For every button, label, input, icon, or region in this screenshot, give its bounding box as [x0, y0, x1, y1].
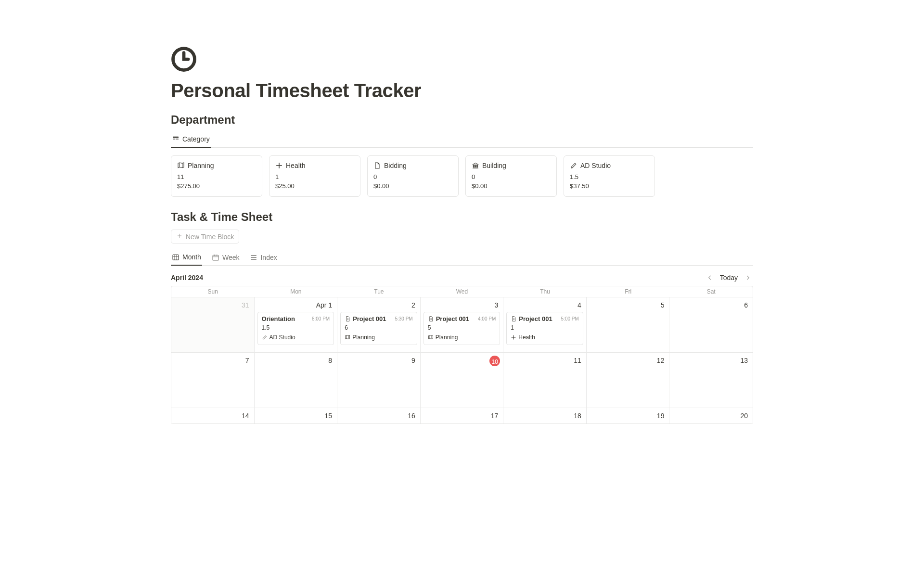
category-hours: 1.5: [570, 173, 649, 180]
calendar-date: 31: [174, 300, 251, 310]
event-time: 8:00 PM: [312, 316, 330, 321]
map-icon: [177, 162, 185, 169]
pencil-icon: [570, 162, 578, 169]
category-hours: 0: [472, 173, 551, 180]
view-tab-label: Month: [182, 253, 201, 261]
calendar-date: 5: [590, 300, 667, 310]
calendar-cell[interactable]: 9: [337, 352, 421, 408]
calendar-cell[interactable]: 10: [421, 352, 504, 408]
calendar-cell[interactable]: 8: [255, 352, 338, 408]
event-hours: 5: [428, 324, 496, 331]
category-card[interactable]: Bidding 0 $0.00: [367, 155, 459, 197]
calendar-date: 11: [506, 356, 583, 365]
cal-week-icon: [212, 254, 219, 261]
category-amount: $275.00: [177, 182, 256, 190]
calendar-cell[interactable]: 11: [503, 352, 587, 408]
calendar-event[interactable]: Orientation 8:00 PM 1.5 AD Studio: [257, 312, 334, 345]
view-tab-label: Index: [260, 254, 277, 261]
calendar-date: 7: [174, 356, 251, 365]
category-hours: 11: [177, 173, 256, 180]
event-tag: AD Studio: [262, 334, 330, 341]
plus-icon: [176, 232, 183, 241]
calendar-cell[interactable]: 6: [669, 297, 753, 352]
calendar-cell[interactable]: 31: [171, 297, 255, 352]
day-of-week-label: Wed: [421, 286, 504, 297]
new-time-block-button[interactable]: New Time Block: [171, 230, 239, 244]
category-name: AD Studio: [580, 162, 611, 169]
plus-icon: [275, 162, 283, 169]
category-card[interactable]: Building 0 $0.00: [465, 155, 557, 197]
calendar-cell[interactable]: 18: [503, 408, 587, 423]
event-tag: Planning: [345, 334, 413, 341]
category-amount: $37.50: [570, 182, 649, 190]
calendar-cell[interactable]: 15: [255, 408, 338, 423]
tab-category[interactable]: Category: [171, 132, 211, 148]
calendar-date: 12: [590, 356, 667, 365]
event-title: Project 001: [428, 315, 469, 322]
category-card[interactable]: Planning 11 $275.00: [171, 155, 262, 197]
event-title: Orientation: [262, 315, 295, 322]
day-of-week-label: Tue: [337, 286, 421, 297]
category-card[interactable]: Health 1 $25.00: [269, 155, 360, 197]
calendar-date: 8: [257, 356, 334, 365]
day-of-week-label: Sat: [669, 286, 753, 297]
category-cards: Planning 11 $275.00 Health 1 $25.00 Bidd…: [171, 155, 753, 197]
page-title: Personal Timesheet Tracker: [171, 80, 753, 102]
calendar-grid: SunMonTueWedThuFriSat 31Apr 1 Orientatio…: [171, 286, 753, 424]
file-icon: [373, 162, 381, 169]
event-title: Project 001: [345, 315, 386, 322]
calendar-date: 13: [672, 356, 750, 365]
calendar-cell[interactable]: 20: [669, 408, 753, 423]
calendar-cell[interactable]: 19: [587, 408, 670, 423]
prev-month-button[interactable]: [705, 273, 715, 282]
calendar-month-label: April 2024: [171, 274, 203, 282]
event-time: 5:00 PM: [561, 316, 579, 321]
category-name: Planning: [188, 162, 214, 169]
view-tab-week[interactable]: Week: [211, 250, 241, 265]
calendar-nav: Today: [705, 273, 753, 282]
event-hours: 1.5: [262, 324, 330, 331]
calendar-cell[interactable]: 17: [421, 408, 504, 423]
calendar-cell[interactable]: Apr 1 Orientation 8:00 PM 1.5 AD Studio: [255, 297, 338, 352]
view-tab-index[interactable]: Index: [249, 250, 278, 265]
calendar-cell[interactable]: 2 Project 001 5:30 PM 6 Planning: [337, 297, 421, 352]
today-button[interactable]: Today: [720, 274, 738, 282]
calendar-cell[interactable]: 12: [587, 352, 670, 408]
calendar-date-today: 10: [489, 356, 500, 366]
calendar-date: 15: [257, 411, 334, 421]
calendar-date: 19: [590, 411, 667, 421]
category-name: Health: [286, 162, 305, 169]
event-hours: 1: [511, 324, 579, 331]
calendar-date: 2: [340, 300, 417, 310]
calendar-cell[interactable]: 13: [669, 352, 753, 408]
category-hours: 0: [373, 173, 452, 180]
calendar-tabs: Month Week Index: [171, 250, 753, 266]
category-hours: 1: [275, 173, 354, 180]
department-tabs: Category: [171, 132, 753, 148]
calendar-cell[interactable]: 4 Project 001 5:00 PM 1 Health: [503, 297, 587, 352]
category-card[interactable]: AD Studio 1.5 $37.50: [564, 155, 655, 197]
calendar-date: 14: [174, 411, 251, 421]
event-title: Project 001: [511, 315, 552, 322]
event-hours: 6: [345, 324, 413, 331]
calendar-cell[interactable]: 3 Project 001 4:00 PM 5 Planning: [421, 297, 504, 352]
tab-category-label: Category: [182, 135, 210, 143]
category-amount: $0.00: [373, 182, 452, 190]
view-tab-month[interactable]: Month: [171, 250, 202, 266]
calendar-date: 17: [424, 411, 500, 421]
calendar-date: 3: [424, 300, 500, 310]
calendar-cell[interactable]: 16: [337, 408, 421, 423]
event-time: 5:30 PM: [395, 316, 412, 321]
calendar-date: 4: [506, 300, 583, 310]
clock-icon: [171, 46, 197, 72]
calendar-event[interactable]: Project 001 5:00 PM 1 Health: [506, 312, 583, 345]
calendar-cell[interactable]: 7: [171, 352, 255, 408]
calendar-date: 18: [506, 411, 583, 421]
calendar-date: 20: [672, 411, 750, 421]
calendar-event[interactable]: Project 001 4:00 PM 5 Planning: [424, 312, 500, 345]
calendar-cell[interactable]: 14: [171, 408, 255, 423]
next-month-button[interactable]: [743, 273, 753, 282]
cal-grid-icon: [172, 253, 180, 261]
calendar-event[interactable]: Project 001 5:30 PM 6 Planning: [340, 312, 417, 345]
calendar-cell[interactable]: 5: [587, 297, 670, 352]
